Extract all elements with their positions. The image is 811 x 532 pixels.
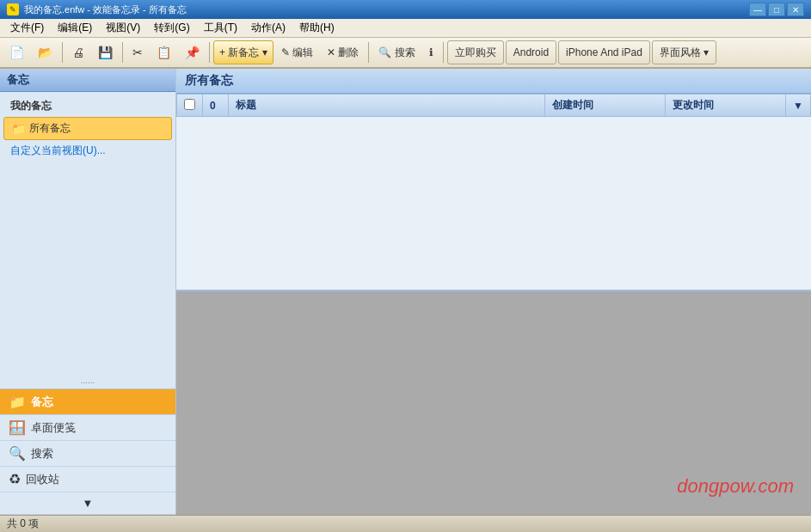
content-header: 所有备忘 (176, 69, 811, 94)
expand-icon: ▼ (83, 497, 94, 510)
cut-button[interactable]: ✂ (126, 40, 149, 64)
menu-file[interactable]: 文件(F) (3, 19, 51, 37)
all-notes-label: 所有备忘 (29, 121, 71, 136)
buy-label: 立即购买 (455, 46, 496, 60)
print-button[interactable]: 🖨 (66, 40, 90, 64)
print-icon: 🖨 (72, 46, 84, 59)
status-bar: 共 0 项 (0, 515, 811, 532)
cut-icon: ✂ (132, 46, 143, 59)
menu-edit[interactable]: 编辑(E) (51, 19, 99, 37)
memo-label: 备忘 (31, 394, 53, 410)
menu-bar: 文件(F) 编辑(E) 视图(V) 转到(G) 工具(T) 动作(A) 帮助(H… (0, 19, 811, 38)
save-icon: 💾 (98, 46, 113, 59)
iphone-button[interactable]: iPhone And iPad (558, 40, 650, 64)
buy-button[interactable]: 立即购买 (447, 40, 504, 64)
sidebar-content: 我的备忘 📁 所有备忘 自定义当前视图(U)... (0, 92, 175, 372)
desktop-icon: 🪟 (9, 419, 26, 436)
save-button[interactable]: 💾 (92, 40, 119, 64)
th-check[interactable] (177, 95, 203, 117)
folder-icon: 📁 (11, 122, 26, 136)
nav-expand-btn[interactable]: ▼ (0, 492, 175, 515)
sidebar-item-all-notes[interactable]: 📁 所有备忘 (3, 117, 172, 140)
paste-button[interactable]: 📌 (179, 40, 206, 64)
copy-button[interactable]: 📋 (151, 40, 177, 64)
separator-1 (62, 42, 63, 63)
app-icon: ✎ (7, 3, 19, 15)
separator-4 (368, 42, 369, 63)
maximize-button[interactable]: □ (768, 3, 785, 16)
title-bar: ✎ 我的备忘.enfw - 效能备忘录 - 所有备忘 — □ ✕ (0, 0, 811, 19)
search-label: 🔍 搜索 (378, 46, 415, 60)
th-num[interactable]: 0 (203, 95, 229, 117)
edit-label: ✎ 编辑 (281, 46, 313, 60)
table-header-row: 0 标题 创建时间 更改时间 ▼ (177, 95, 811, 117)
nav-item-desktop[interactable]: 🪟 卓面便笺 (0, 415, 175, 441)
sidebar: 备忘 我的备忘 📁 所有备忘 自定义当前视图(U)... ...... 📁 备忘… (0, 69, 176, 515)
sidebar-group-label: 我的备忘 (3, 95, 172, 117)
close-button[interactable]: ✕ (787, 3, 804, 16)
watermark: dongpow.com (677, 475, 794, 498)
table-upper: 0 标题 创建时间 更改时间 ▼ (176, 94, 811, 291)
separator-3 (209, 42, 210, 63)
desktop-label: 卓面便笺 (31, 420, 76, 436)
toolbar: 📄 📂 🖨 💾 ✂ 📋 📌 + 新备忘 ▾ ✎ 编辑 ✕ 删除 🔍 搜索 ℹ 立… (0, 38, 811, 69)
menu-tools[interactable]: 工具(T) (197, 19, 244, 37)
main-layout: 备忘 我的备忘 📁 所有备忘 自定义当前视图(U)... ...... 📁 备忘… (0, 69, 811, 515)
new-note-label: + 新备忘 ▾ (219, 46, 267, 60)
open-file-button[interactable]: 📂 (32, 40, 58, 64)
notes-table: 0 标题 创建时间 更改时间 ▼ (176, 94, 811, 117)
android-button[interactable]: Android (506, 40, 556, 64)
android-label: Android (513, 46, 549, 58)
new-file-button[interactable]: 📄 (3, 40, 30, 64)
select-all-checkbox[interactable] (184, 99, 195, 110)
menu-view[interactable]: 视图(V) (99, 19, 147, 37)
edit-button[interactable]: ✎ 编辑 (275, 40, 319, 64)
sidebar-custom-view[interactable]: 自定义当前视图(U)... (3, 140, 172, 162)
minimize-button[interactable]: — (749, 3, 766, 16)
th-modified[interactable]: 更改时间 (666, 95, 786, 117)
delete-button[interactable]: ✕ 删除 (321, 40, 365, 64)
menu-help[interactable]: 帮助(H) (292, 19, 341, 37)
menu-goto[interactable]: 转到(G) (147, 19, 196, 37)
iphone-label: iPhone And iPad (566, 46, 642, 58)
paste-icon: 📌 (185, 46, 200, 59)
search-nav-icon: 🔍 (9, 445, 26, 462)
preview-area: dongpow.com (176, 291, 811, 515)
separator-2 (122, 42, 123, 63)
separator-5 (443, 42, 444, 63)
delete-label: ✕ 删除 (327, 46, 359, 60)
title-text: 我的备忘.enfw - 效能备忘录 - 所有备忘 (24, 3, 749, 16)
ui-style-button[interactable]: 界面风格 ▾ (652, 40, 716, 64)
menu-action[interactable]: 动作(A) (244, 19, 292, 37)
copy-icon: 📋 (157, 46, 171, 59)
content-area: 所有备忘 0 标题 创建时间 更改时间 ▼ (176, 69, 811, 515)
th-title[interactable]: 标题 (229, 95, 545, 117)
search-nav-label: 搜索 (31, 446, 53, 462)
trash-icon: ♻ (9, 471, 21, 487)
ui-style-label: 界面风格 ▾ (660, 46, 709, 60)
nav-item-trash[interactable]: ♻ 回收站 (0, 467, 175, 492)
status-count: 共 0 项 (7, 517, 39, 531)
info-button[interactable]: ℹ (423, 40, 439, 64)
search-button[interactable]: 🔍 搜索 (372, 40, 421, 64)
th-created[interactable]: 创建时间 (545, 95, 666, 117)
nav-item-memo[interactable]: 📁 备忘 (0, 389, 175, 415)
nav-item-search[interactable]: 🔍 搜索 (0, 441, 175, 467)
open-file-icon: 📂 (38, 46, 52, 59)
sidebar-nav: 📁 备忘 🪟 卓面便笺 🔍 搜索 ♻ 回收站 ▼ (0, 388, 175, 515)
memo-icon: 📁 (9, 394, 26, 410)
new-file-icon: 📄 (9, 46, 24, 59)
trash-label: 回收站 (26, 472, 59, 487)
info-icon: ℹ (429, 46, 433, 58)
new-note-button[interactable]: + 新备忘 ▾ (213, 40, 273, 64)
sidebar-header: 备忘 (0, 69, 175, 92)
sidebar-dots: ...... (0, 372, 175, 388)
th-dropdown[interactable]: ▼ (786, 95, 811, 117)
window-controls: — □ ✕ (749, 3, 804, 16)
